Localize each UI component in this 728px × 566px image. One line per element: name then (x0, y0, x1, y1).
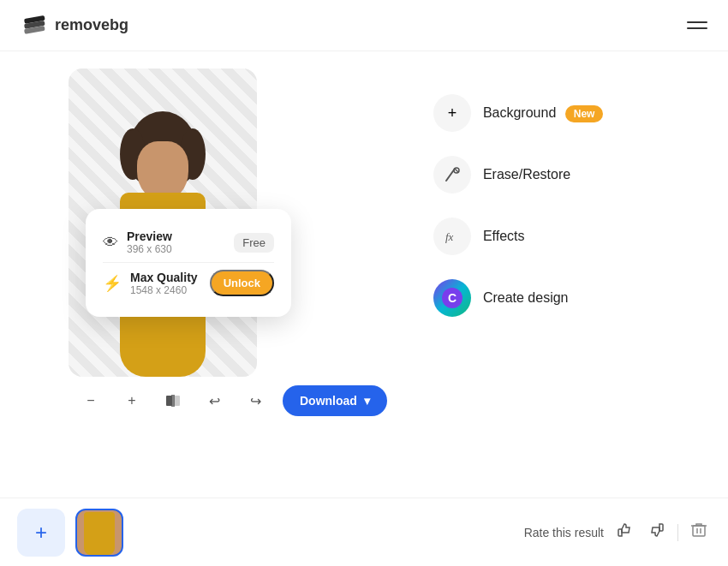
popup-preview-left: 👁 Preview 396 x 630 (103, 229, 172, 255)
zoom-in-button[interactable]: + (118, 387, 146, 414)
lightning-icon: ⚡ (103, 274, 122, 293)
download-chevron-icon: ▾ (364, 394, 370, 408)
canvas-section: 👁 Preview 396 x 630 Free ⚡ Max Quality 1… (34, 69, 387, 425)
svg-rect-4 (174, 396, 180, 406)
unlock-button[interactable]: Unlock (210, 270, 274, 296)
thumbs-down-icon (648, 521, 665, 539)
thumbnail-dress (84, 512, 115, 555)
panel-item-erase[interactable]: Erase/Restore (421, 147, 616, 202)
erase-icon-circle (433, 156, 471, 194)
download-button[interactable]: Download ▾ (283, 385, 387, 416)
thumbs-up-button[interactable] (612, 518, 636, 546)
compare-icon (164, 392, 182, 409)
svg-rect-3 (166, 396, 172, 406)
rate-section: Rate this result (524, 518, 711, 546)
popup-preview-info: Preview 396 x 630 (127, 229, 172, 255)
logo-icon (21, 12, 48, 39)
popup-maxquality-info: Max Quality 1548 x 2460 (130, 271, 198, 296)
erase-icon (443, 165, 462, 184)
background-plus-icon: + (448, 104, 457, 122)
rate-divider (677, 524, 678, 541)
background-label: Background New (483, 105, 604, 121)
redo-button[interactable]: ↪ (242, 387, 269, 414)
zoom-out-button[interactable]: − (77, 387, 104, 414)
new-badge: New (565, 105, 604, 122)
hamburger-line-1 (687, 21, 707, 23)
panel-item-effects[interactable]: fx Effects (421, 209, 616, 264)
svg-text:fx: fx (445, 230, 454, 243)
main-content: 👁 Preview 396 x 630 Free ⚡ Max Quality 1… (0, 51, 728, 442)
rate-label: Rate this result (524, 526, 604, 539)
free-badge: Free (234, 233, 274, 253)
bottom-bar: + Rate this result (0, 497, 728, 566)
eye-icon: 👁 (103, 234, 118, 252)
create-design-label: Create design (483, 290, 569, 306)
logo: removebg (21, 12, 128, 39)
delete-button[interactable] (687, 518, 711, 546)
canva-icon: C (441, 287, 463, 309)
thumbs-up-icon (616, 521, 633, 539)
trash-icon (690, 521, 707, 539)
canvas-area: 👁 Preview 396 x 630 Free ⚡ Max Quality 1… (34, 69, 291, 377)
undo-button[interactable]: ↩ (200, 387, 228, 414)
hamburger-line-2 (687, 27, 707, 29)
toolbar: − + ↩ ↪ Download ▾ (34, 377, 387, 425)
create-design-icon: C (433, 279, 471, 317)
compare-button[interactable] (159, 387, 187, 414)
right-panel: + Background New Erase/Restore fx (421, 69, 616, 425)
thumbs-down-button[interactable] (645, 518, 669, 546)
preview-label: Preview (127, 229, 172, 243)
panel-item-background[interactable]: + Background New (421, 86, 616, 140)
effects-label: Effects (483, 229, 525, 244)
svg-line-8 (455, 169, 458, 172)
download-label: Download (300, 394, 357, 408)
svg-rect-12 (693, 526, 705, 536)
download-popup: 👁 Preview 396 x 630 Free ⚡ Max Quality 1… (86, 209, 291, 317)
hamburger-menu[interactable] (687, 21, 707, 29)
popup-maxquality-left: ⚡ Max Quality 1548 x 2460 (103, 271, 198, 296)
preview-size: 396 x 630 (127, 243, 172, 255)
add-image-plus-icon: + (35, 521, 47, 545)
image-thumbnail[interactable] (75, 509, 123, 557)
popup-preview-row: 👁 Preview 396 x 630 Free (103, 223, 274, 262)
panel-item-create-design[interactable]: C Create design (421, 271, 616, 325)
header: removebg (0, 0, 728, 51)
max-quality-size: 1548 x 2460 (130, 284, 198, 296)
effects-icon-circle: fx (433, 217, 471, 255)
add-image-button[interactable]: + (17, 509, 65, 557)
svg-text:C: C (448, 291, 456, 305)
erase-label: Erase/Restore (483, 167, 570, 182)
logo-text: removebg (55, 16, 128, 34)
popup-maxquality-row: ⚡ Max Quality 1548 x 2460 Unlock (103, 262, 274, 303)
background-icon-circle: + (433, 94, 471, 132)
max-quality-label: Max Quality (130, 271, 198, 284)
effects-icon: fx (443, 227, 462, 246)
